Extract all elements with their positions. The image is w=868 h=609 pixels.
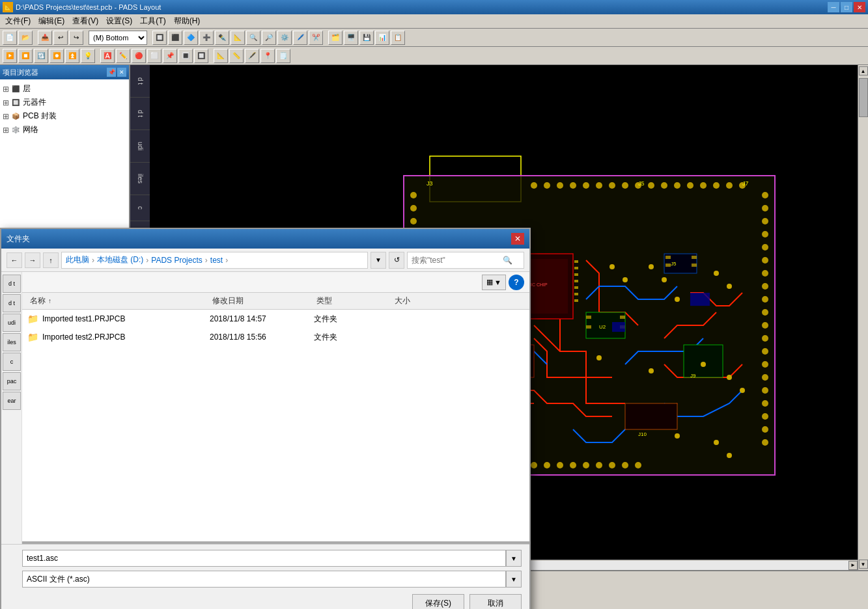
tree-expand-pcb[interactable]: ⊞: [3, 112, 10, 121]
lp-item-pac[interactable]: pac: [3, 372, 21, 390]
breadcrumb-computer[interactable]: 此电脑: [66, 254, 89, 265]
menu-tools[interactable]: 工具(T): [136, 14, 169, 28]
tb2-btn12[interactable]: 🔳: [178, 49, 193, 63]
filename-input[interactable]: [22, 550, 506, 567]
tree-expand-layers[interactable]: ⊞: [3, 85, 10, 94]
menu-settings[interactable]: 设置(S): [102, 14, 136, 28]
scroll-right-btn[interactable]: ►: [848, 561, 858, 570]
side-item-iles[interactable]: iles: [130, 163, 150, 195]
dialog-close-btn[interactable]: ✕: [511, 233, 524, 245]
side-item-dt2[interactable]: d t: [130, 98, 150, 130]
tb2-btn16[interactable]: 🖋️: [245, 49, 259, 63]
tb1-btn9[interactable]: 🔍: [246, 31, 260, 45]
menu-edit[interactable]: 编辑(E): [35, 14, 68, 28]
tb1-btn12[interactable]: 🖊️: [293, 31, 307, 45]
scroll-up-btn[interactable]: ▲: [859, 66, 868, 75]
col-header-type[interactable]: 类型: [314, 295, 392, 306]
tree-expand-components[interactable]: ⊞: [3, 98, 10, 107]
tb2-btn9[interactable]: 🔴: [132, 49, 146, 63]
address-refresh-btn[interactable]: ↺: [389, 252, 404, 269]
tb1-btn7[interactable]: ✒️: [215, 31, 229, 45]
tb1-btn6[interactable]: ➕: [199, 31, 214, 45]
forward-btn[interactable]: →: [25, 252, 40, 268]
lp-item-ear[interactable]: ear: [3, 392, 21, 410]
back-btn[interactable]: ←: [7, 252, 22, 268]
tb1-btn15[interactable]: 🖥️: [344, 31, 358, 45]
help-btn[interactable]: ?: [509, 275, 524, 290]
layer-select[interactable]: (M) Bottom: [89, 31, 147, 45]
lp-item-udi[interactable]: udi: [3, 314, 21, 332]
tree-expand-network[interactable]: ⊞: [3, 126, 10, 135]
redo-btn[interactable]: ↪: [69, 31, 83, 45]
col-header-name[interactable]: 名称 ↑: [27, 295, 210, 306]
tb1-btn3[interactable]: 🔲: [152, 31, 167, 45]
tb2-btn7[interactable]: 🅰️: [100, 49, 115, 63]
tb1-btn5[interactable]: 🔷: [184, 31, 198, 45]
filetype-dropdown-btn[interactable]: ▼: [506, 571, 522, 588]
tree-item-layers[interactable]: ⊞ ⬛ 层: [3, 82, 126, 96]
file-item-1[interactable]: 📁 Imported test1.PRJPCB 2018/11/8 14:57 …: [22, 310, 529, 328]
tb2-btn3[interactable]: 🔃: [34, 49, 48, 63]
close-button[interactable]: ✕: [854, 2, 865, 12]
tb1-btn17[interactable]: 📊: [375, 31, 389, 45]
tb1-btn14[interactable]: 🗂️: [328, 31, 343, 45]
col-header-date[interactable]: 修改日期: [210, 295, 314, 306]
maximize-button[interactable]: □: [841, 2, 852, 12]
tree-item-network[interactable]: ⊞ 🕸️ 网络: [3, 123, 126, 137]
tb2-btn10[interactable]: ⬜: [147, 49, 161, 63]
tb1-btn4[interactable]: ⬛: [168, 31, 182, 45]
tb2-btn11[interactable]: 📌: [163, 49, 177, 63]
menu-file[interactable]: 文件(F): [1, 14, 35, 28]
search-input[interactable]: [412, 256, 503, 265]
file-item-2[interactable]: 📁 Imported test2.PRJPCB 2018/11/8 15:56 …: [22, 328, 529, 346]
tb2-btn15[interactable]: 📏: [229, 49, 244, 63]
address-dropdown-btn[interactable]: ▼: [371, 252, 386, 269]
tb2-btn13[interactable]: 🔲: [194, 49, 208, 63]
view-options-btn[interactable]: ▦ ▼: [482, 275, 506, 290]
breadcrumb-disk[interactable]: 本地磁盘 (D:): [97, 254, 143, 265]
up-btn[interactable]: ↑: [43, 252, 59, 268]
breadcrumb-test[interactable]: test: [210, 256, 223, 265]
scroll-thumb[interactable]: [859, 78, 868, 117]
tb2-btn14[interactable]: 📐: [214, 49, 228, 63]
tb2-btn17[interactable]: 📍: [260, 49, 275, 63]
scroll-down-btn[interactable]: ▼: [859, 560, 868, 569]
tb1-btn18[interactable]: 📋: [391, 31, 405, 45]
import-btn[interactable]: 📥: [38, 31, 52, 45]
tb2-btn8[interactable]: ✏️: [116, 49, 130, 63]
save-button[interactable]: 保存(S): [412, 594, 464, 609]
tb2-btn2[interactable]: ⏹️: [18, 49, 33, 63]
tb1-btn13[interactable]: ✂️: [309, 31, 323, 45]
side-item-udi[interactable]: udi: [130, 130, 150, 163]
tb1-btn16[interactable]: 💾: [359, 31, 374, 45]
tb1-btn10[interactable]: 🔎: [262, 31, 276, 45]
side-item-c[interactable]: c: [130, 195, 150, 221]
menu-help[interactable]: 帮助(H): [170, 14, 204, 28]
col-header-size[interactable]: 大小: [392, 295, 457, 306]
lp-item-c[interactable]: c: [3, 353, 21, 371]
minimize-button[interactable]: ─: [828, 2, 839, 12]
tree-item-pcb[interactable]: ⊞ 📦 PCB 封装: [3, 109, 126, 123]
open-btn[interactable]: 📂: [18, 31, 33, 45]
filename-dropdown-btn[interactable]: ▼: [506, 550, 522, 567]
tb2-btn18[interactable]: 🗒️: [276, 49, 290, 63]
menu-view[interactable]: 查看(V): [68, 14, 102, 28]
tb1-btn8[interactable]: 📐: [231, 31, 245, 45]
side-item-dt1[interactable]: d t: [130, 65, 150, 98]
lp-item-dt2[interactable]: d t: [3, 294, 21, 312]
panel-close-btn[interactable]: ✕: [117, 68, 126, 77]
tb1-btn11[interactable]: ⚙️: [277, 31, 292, 45]
lp-item-iles[interactable]: iles: [3, 333, 21, 351]
undo-btn[interactable]: ↩: [53, 31, 68, 45]
tb2-btn4[interactable]: ⏺️: [49, 49, 64, 63]
tree-item-components[interactable]: ⊞ 🔲 元器件: [3, 96, 126, 109]
tb2-btn5[interactable]: ⏫: [65, 49, 79, 63]
tb2-btn1[interactable]: ▶️: [3, 49, 17, 63]
cancel-button[interactable]: 取消: [469, 594, 522, 609]
lp-item-dt1[interactable]: d t: [3, 275, 21, 293]
new-btn[interactable]: 📄: [3, 31, 17, 45]
panel-pin-btn[interactable]: 📌: [107, 68, 116, 77]
tb2-btn6[interactable]: 💡: [81, 49, 95, 63]
breadcrumb-pads[interactable]: PADS Projects: [151, 256, 202, 265]
vertical-scrollbar[interactable]: ▲ ▼: [858, 65, 868, 570]
